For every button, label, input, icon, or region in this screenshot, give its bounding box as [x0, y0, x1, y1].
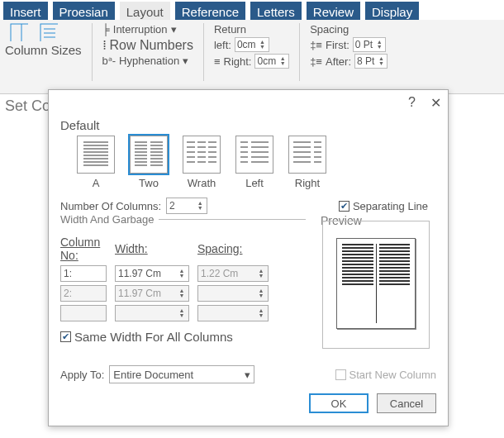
separator: [203, 23, 204, 81]
close-icon[interactable]: ✕: [430, 95, 441, 111]
col-no-2: 2:: [60, 285, 107, 302]
width-1-input[interactable]: 11.97 Cm▲▼: [115, 265, 189, 282]
hyphenation-button[interactable]: bᵃ-Hyphenation▾: [102, 55, 193, 67]
same-width-checkbox[interactable]: ✔Same Width For All Columns: [60, 330, 233, 344]
num-columns-label: Number Of Columns:: [60, 200, 161, 212]
ribbon-group-spacing: Spacing ‡≡First: 0 Pt▲▼ ‡≡After: 8 Pt▲▼: [310, 23, 388, 69]
col-no-header: Column No:: [60, 236, 107, 262]
width-header: Width:: [115, 242, 189, 255]
indent-right-label: Right:: [224, 55, 252, 68]
spacing-after-input[interactable]: 8 Pt▲▼: [354, 54, 388, 69]
svg-rect-0: [11, 24, 28, 41]
spacing-first-input[interactable]: 0 Pt▲▼: [353, 37, 386, 52]
spacing-after-label: After:: [326, 55, 351, 68]
preset-two-icon: [135, 140, 163, 169]
apply-to-label: Apply To:: [60, 369, 104, 381]
indent-left-input[interactable]: 0cm▲▼: [235, 37, 269, 52]
width-2-input: 11.97 Cm▲▼: [115, 285, 189, 302]
ribbon-group-columns: Column Sizes: [5, 23, 82, 57]
columns-dialog: ? ✕ Default A Two Wrath Left Righ: [48, 89, 449, 426]
spacing-1-input[interactable]: 1.22 Cm▲▼: [197, 265, 269, 282]
spacing-label: Spacing: [310, 23, 388, 36]
separator: [92, 23, 93, 81]
num-columns-input[interactable]: 2▲▼: [166, 198, 207, 214]
help-button[interactable]: ?: [408, 95, 416, 110]
preset-right[interactable]: Right: [288, 136, 326, 189]
width-3-input: ▲▼: [115, 305, 189, 321]
tab-letters[interactable]: Letters: [250, 2, 302, 20]
tab-display[interactable]: Display: [365, 2, 419, 20]
default-group-label: Default: [60, 118, 436, 132]
preset-left[interactable]: Left: [235, 136, 273, 189]
tab-layout[interactable]: Layout: [120, 2, 170, 20]
tab-reference[interactable]: Reference: [175, 2, 245, 20]
ribbon-group-indent: Return left: 0cm▲▼ ≡Right: 0cm▲▼: [214, 23, 289, 69]
spacing-header: Spacing:: [197, 242, 269, 255]
spacing-first-label: First:: [326, 39, 349, 51]
cancel-button[interactable]: Cancel: [377, 393, 436, 413]
return-label: Return: [214, 23, 289, 36]
preset-three-icon: [187, 140, 216, 169]
ok-button[interactable]: OK: [309, 393, 368, 413]
ribbon: Column Sizes ╞Interruption▾ ⁞Row Numbers…: [0, 20, 504, 94]
columns-icon: [10, 23, 28, 41]
preset-one[interactable]: A: [77, 136, 115, 189]
spacing-3-input: ▲▼: [197, 305, 269, 321]
ribbon-group-breaks: ╞Interruption▾ ⁞Row Numbers bᵃ-Hyphenati…: [102, 23, 193, 67]
page-icon: [40, 23, 58, 41]
tab-review[interactable]: Review: [307, 2, 360, 20]
separating-line-checkbox[interactable]: ✔Separating Line: [339, 200, 428, 212]
col-no-1: 1:: [60, 265, 107, 282]
start-new-column-checkbox: Start New Column: [335, 369, 436, 381]
column-sizes-button[interactable]: Column Sizes: [5, 43, 82, 57]
interruption-button[interactable]: ╞Interruption▾: [102, 23, 193, 36]
preset-right-icon: [293, 140, 321, 169]
chevron-down-icon: ▾: [183, 55, 188, 67]
col-no-3: [60, 305, 107, 321]
indent-left-label: left:: [214, 39, 231, 51]
apply-to-combo[interactable]: Entire Document▾: [109, 365, 254, 383]
preset-one-icon: [83, 140, 108, 169]
width-spacing-group: Width And Garbage Column No: Width: Spac…: [60, 219, 306, 344]
row-numbers-button[interactable]: ⁞Row Numbers: [102, 37, 193, 53]
spacing-2-input: ▲▼: [197, 285, 269, 302]
preset-left-icon: [240, 140, 269, 169]
separator: [299, 23, 300, 81]
indent-right-input[interactable]: 0cm▲▼: [254, 54, 289, 69]
tab-design[interactable]: Proesian: [53, 2, 115, 20]
chevron-down-icon: ▾: [171, 23, 177, 36]
ribbon-tabs: Insert Proesian Layout Reference Letters…: [0, 0, 504, 20]
preset-list: A Two Wrath Left Right: [77, 136, 436, 189]
tab-insert[interactable]: Insert: [3, 2, 48, 20]
preview-box: [322, 221, 430, 349]
preset-three[interactable]: Wrath: [183, 136, 221, 189]
preset-two[interactable]: Two: [130, 136, 168, 189]
chevron-down-icon: ▾: [245, 369, 250, 381]
